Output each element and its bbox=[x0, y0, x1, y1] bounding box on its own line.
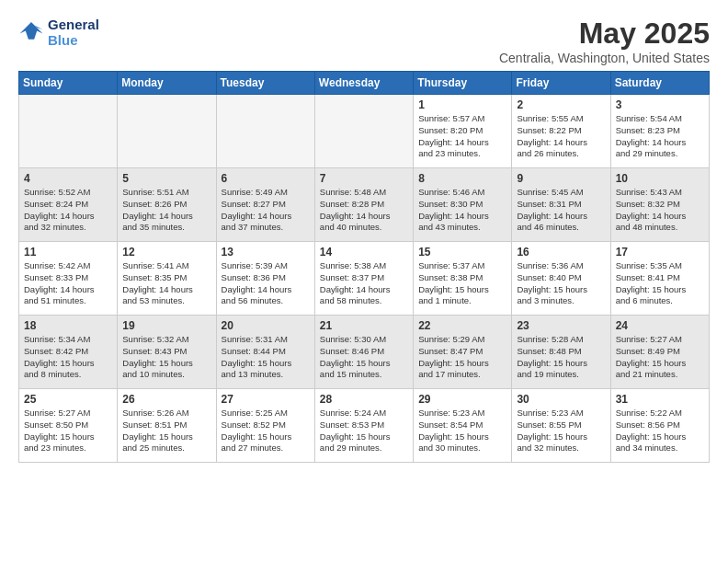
day-number: 10 bbox=[616, 172, 704, 185]
day-number: 8 bbox=[418, 172, 506, 185]
calendar-week-row: 1Sunrise: 5:57 AM Sunset: 8:20 PM Daylig… bbox=[19, 95, 710, 168]
day-number: 1 bbox=[418, 98, 506, 111]
calendar-week-row: 11Sunrise: 5:42 AM Sunset: 8:33 PM Dayli… bbox=[19, 242, 710, 316]
logo-text: General Blue bbox=[48, 17, 99, 48]
day-info: Sunrise: 5:34 AM Sunset: 8:42 PM Dayligh… bbox=[24, 334, 112, 381]
day-info: Sunrise: 5:29 AM Sunset: 8:47 PM Dayligh… bbox=[418, 334, 506, 381]
day-number: 3 bbox=[616, 98, 704, 111]
day-number: 6 bbox=[222, 172, 310, 185]
day-number: 7 bbox=[320, 172, 408, 185]
day-number: 17 bbox=[616, 246, 704, 259]
col-friday: Friday bbox=[512, 72, 610, 95]
col-monday: Monday bbox=[118, 72, 216, 95]
day-number: 14 bbox=[320, 246, 408, 259]
day-info: Sunrise: 5:57 AM Sunset: 8:20 PM Dayligh… bbox=[418, 113, 506, 160]
day-number: 16 bbox=[517, 246, 605, 259]
table-row: 28Sunrise: 5:24 AM Sunset: 8:53 PM Dayli… bbox=[314, 389, 413, 463]
day-number: 22 bbox=[418, 319, 506, 332]
table-row bbox=[19, 95, 118, 168]
day-number: 26 bbox=[122, 393, 210, 406]
table-row: 8Sunrise: 5:46 AM Sunset: 8:30 PM Daylig… bbox=[414, 168, 512, 242]
day-info: Sunrise: 5:35 AM Sunset: 8:41 PM Dayligh… bbox=[616, 260, 704, 307]
day-number: 30 bbox=[517, 393, 605, 406]
day-info: Sunrise: 5:23 AM Sunset: 8:55 PM Dayligh… bbox=[517, 408, 605, 454]
day-info: Sunrise: 5:28 AM Sunset: 8:48 PM Dayligh… bbox=[517, 334, 605, 381]
day-number: 4 bbox=[24, 172, 112, 185]
day-info: Sunrise: 5:38 AM Sunset: 8:37 PM Dayligh… bbox=[320, 260, 408, 307]
table-row: 6Sunrise: 5:49 AM Sunset: 8:27 PM Daylig… bbox=[216, 168, 314, 242]
day-number: 28 bbox=[320, 393, 408, 406]
table-row: 20Sunrise: 5:31 AM Sunset: 8:44 PM Dayli… bbox=[216, 316, 314, 389]
svg-marker-0 bbox=[20, 22, 43, 40]
logo: General Blue bbox=[18, 17, 99, 48]
day-number: 12 bbox=[122, 246, 210, 259]
day-info: Sunrise: 5:45 AM Sunset: 8:31 PM Dayligh… bbox=[517, 187, 605, 234]
table-row: 11Sunrise: 5:42 AM Sunset: 8:33 PM Dayli… bbox=[19, 242, 118, 316]
day-number: 21 bbox=[320, 319, 408, 332]
header: General Blue May 2025 Centralia, Washing… bbox=[18, 17, 710, 65]
calendar-header-row: Sunday Monday Tuesday Wednesday Thursday… bbox=[19, 72, 710, 95]
table-row: 13Sunrise: 5:39 AM Sunset: 8:36 PM Dayli… bbox=[216, 242, 314, 316]
calendar-week-row: 25Sunrise: 5:27 AM Sunset: 8:50 PM Dayli… bbox=[19, 389, 710, 463]
table-row: 12Sunrise: 5:41 AM Sunset: 8:35 PM Dayli… bbox=[118, 242, 216, 316]
table-row: 24Sunrise: 5:27 AM Sunset: 8:49 PM Dayli… bbox=[610, 316, 709, 389]
day-number: 13 bbox=[222, 246, 310, 259]
calendar-week-row: 4Sunrise: 5:52 AM Sunset: 8:24 PM Daylig… bbox=[19, 168, 710, 242]
col-saturday: Saturday bbox=[610, 72, 709, 95]
day-info: Sunrise: 5:39 AM Sunset: 8:36 PM Dayligh… bbox=[222, 260, 310, 307]
day-number: 9 bbox=[517, 172, 605, 185]
day-number: 24 bbox=[616, 319, 704, 332]
table-row: 14Sunrise: 5:38 AM Sunset: 8:37 PM Dayli… bbox=[314, 242, 413, 316]
table-row: 18Sunrise: 5:34 AM Sunset: 8:42 PM Dayli… bbox=[19, 316, 118, 389]
day-number: 2 bbox=[517, 98, 605, 111]
table-row: 31Sunrise: 5:22 AM Sunset: 8:56 PM Dayli… bbox=[610, 389, 709, 463]
day-info: Sunrise: 5:23 AM Sunset: 8:54 PM Dayligh… bbox=[418, 408, 506, 454]
day-info: Sunrise: 5:24 AM Sunset: 8:53 PM Dayligh… bbox=[320, 408, 408, 454]
day-info: Sunrise: 5:32 AM Sunset: 8:43 PM Dayligh… bbox=[122, 334, 210, 381]
day-info: Sunrise: 5:49 AM Sunset: 8:27 PM Dayligh… bbox=[222, 187, 310, 234]
col-wednesday: Wednesday bbox=[314, 72, 413, 95]
calendar-table: Sunday Monday Tuesday Wednesday Thursday… bbox=[18, 71, 710, 463]
day-info: Sunrise: 5:27 AM Sunset: 8:50 PM Dayligh… bbox=[24, 408, 112, 454]
day-info: Sunrise: 5:41 AM Sunset: 8:35 PM Dayligh… bbox=[122, 260, 210, 307]
table-row: 10Sunrise: 5:43 AM Sunset: 8:32 PM Dayli… bbox=[610, 168, 709, 242]
title-section: May 2025 Centralia, Washington, United S… bbox=[499, 17, 710, 65]
col-sunday: Sunday bbox=[19, 72, 118, 95]
day-number: 31 bbox=[616, 393, 704, 406]
table-row bbox=[216, 95, 314, 168]
month-title: May 2025 bbox=[499, 17, 710, 51]
day-info: Sunrise: 5:26 AM Sunset: 8:51 PM Dayligh… bbox=[122, 408, 210, 454]
day-info: Sunrise: 5:27 AM Sunset: 8:49 PM Dayligh… bbox=[616, 334, 704, 381]
table-row: 15Sunrise: 5:37 AM Sunset: 8:38 PM Dayli… bbox=[414, 242, 512, 316]
location: Centralia, Washington, United States bbox=[499, 51, 710, 65]
table-row: 4Sunrise: 5:52 AM Sunset: 8:24 PM Daylig… bbox=[19, 168, 118, 242]
day-number: 27 bbox=[222, 393, 310, 406]
calendar-week-row: 18Sunrise: 5:34 AM Sunset: 8:42 PM Dayli… bbox=[19, 316, 710, 389]
calendar-body: 1Sunrise: 5:57 AM Sunset: 8:20 PM Daylig… bbox=[19, 95, 710, 463]
day-info: Sunrise: 5:25 AM Sunset: 8:52 PM Dayligh… bbox=[222, 408, 310, 454]
day-number: 15 bbox=[418, 246, 506, 259]
table-row: 7Sunrise: 5:48 AM Sunset: 8:28 PM Daylig… bbox=[314, 168, 413, 242]
table-row: 21Sunrise: 5:30 AM Sunset: 8:46 PM Dayli… bbox=[314, 316, 413, 389]
table-row bbox=[314, 95, 413, 168]
day-number: 18 bbox=[24, 319, 112, 332]
table-row: 19Sunrise: 5:32 AM Sunset: 8:43 PM Dayli… bbox=[118, 316, 216, 389]
table-row: 29Sunrise: 5:23 AM Sunset: 8:54 PM Dayli… bbox=[414, 389, 512, 463]
table-row: 23Sunrise: 5:28 AM Sunset: 8:48 PM Dayli… bbox=[512, 316, 610, 389]
table-row: 2Sunrise: 5:55 AM Sunset: 8:22 PM Daylig… bbox=[512, 95, 610, 168]
table-row bbox=[118, 95, 216, 168]
col-tuesday: Tuesday bbox=[216, 72, 314, 95]
col-thursday: Thursday bbox=[414, 72, 512, 95]
day-number: 19 bbox=[122, 319, 210, 332]
table-row: 16Sunrise: 5:36 AM Sunset: 8:40 PM Dayli… bbox=[512, 242, 610, 316]
logo-icon bbox=[18, 19, 44, 45]
day-info: Sunrise: 5:37 AM Sunset: 8:38 PM Dayligh… bbox=[418, 260, 506, 307]
day-info: Sunrise: 5:52 AM Sunset: 8:24 PM Dayligh… bbox=[24, 187, 112, 234]
day-info: Sunrise: 5:54 AM Sunset: 8:23 PM Dayligh… bbox=[616, 113, 704, 160]
table-row: 17Sunrise: 5:35 AM Sunset: 8:41 PM Dayli… bbox=[610, 242, 709, 316]
table-row: 25Sunrise: 5:27 AM Sunset: 8:50 PM Dayli… bbox=[19, 389, 118, 463]
day-number: 29 bbox=[418, 393, 506, 406]
day-number: 11 bbox=[24, 246, 112, 259]
table-row: 22Sunrise: 5:29 AM Sunset: 8:47 PM Dayli… bbox=[414, 316, 512, 389]
table-row: 3Sunrise: 5:54 AM Sunset: 8:23 PM Daylig… bbox=[610, 95, 709, 168]
